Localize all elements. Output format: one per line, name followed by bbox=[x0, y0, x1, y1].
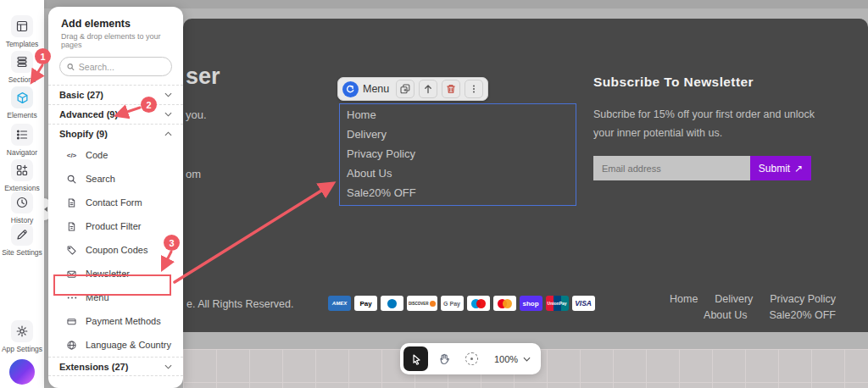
email-input[interactable] bbox=[593, 156, 750, 180]
hand-icon bbox=[438, 353, 450, 365]
element-item-menu[interactable]: Menu bbox=[48, 285, 183, 309]
sidebar-item-extensions[interactable]: Extensions bbox=[0, 159, 44, 192]
code-icon: </> bbox=[66, 152, 77, 159]
footer-text-fragment: you. bbox=[186, 108, 207, 121]
fit-view-button[interactable] bbox=[459, 346, 484, 371]
panel-title: Add elements bbox=[48, 7, 183, 30]
shop-pay-icon: shop bbox=[520, 296, 542, 311]
search-icon bbox=[66, 175, 77, 184]
chevron-down-icon bbox=[164, 92, 172, 97]
element-toolbar-label: Menu bbox=[363, 83, 389, 95]
zoom-dropdown[interactable]: 100% bbox=[487, 346, 537, 371]
extensions-icon bbox=[16, 164, 28, 176]
zoom-level: 100% bbox=[494, 354, 518, 364]
mastercard-icon bbox=[493, 296, 516, 311]
menu-link-delivery[interactable]: Delivery bbox=[347, 128, 576, 141]
submit-button[interactable]: Submit↗ bbox=[750, 156, 811, 180]
delete-button[interactable] bbox=[442, 80, 460, 98]
discover-icon: DISCOVER bbox=[407, 296, 437, 311]
arrow-up-right-icon: ↗ bbox=[794, 163, 803, 175]
footer-heading-fragment: ser bbox=[186, 64, 220, 90]
element-item-language-country[interactable]: Language & Country bbox=[48, 333, 183, 357]
element-item-search[interactable]: Search bbox=[48, 167, 183, 191]
sidebar-item-site-settings[interactable]: Site Settings bbox=[0, 224, 44, 257]
chevron-down-icon bbox=[164, 364, 172, 369]
focus-icon bbox=[465, 352, 478, 365]
footer-links: Home Delivery Privacy Policy About Us Sa… bbox=[670, 293, 836, 321]
sections-icon bbox=[16, 56, 28, 68]
search-icon bbox=[67, 63, 75, 71]
shopify-elements-list: </> Code Search Contact Form Product Fil… bbox=[48, 143, 183, 357]
select-tool-button[interactable] bbox=[403, 346, 428, 371]
diners-club-icon bbox=[381, 296, 403, 311]
newsletter-body: Subcribe for 15% off your first order an… bbox=[593, 106, 829, 143]
sidebar-item-app-settings[interactable]: App Settings bbox=[0, 320, 44, 353]
add-elements-panel: Add elements Drag & drop elements to you… bbox=[48, 7, 183, 388]
more-options-button[interactable] bbox=[465, 80, 483, 98]
footer-link-about-us[interactable]: About Us bbox=[704, 309, 747, 321]
visa-icon: VISA bbox=[572, 296, 595, 311]
product-filter-icon bbox=[66, 222, 77, 231]
unionpay-icon: UnionPay bbox=[546, 296, 569, 311]
globe-icon bbox=[66, 341, 77, 350]
menu-element-selection[interactable]: Home Delivery Privacy Policy About Us Sa… bbox=[339, 103, 576, 206]
history-icon bbox=[16, 197, 28, 208]
pen-icon bbox=[16, 229, 28, 241]
canvas-controls-toolbar: 100% bbox=[400, 343, 541, 374]
element-item-contact-form[interactable]: Contact Form bbox=[48, 191, 183, 214]
menu-dots-icon bbox=[66, 293, 77, 302]
step-badge-1: 1 bbox=[35, 48, 51, 64]
pan-tool-button[interactable] bbox=[431, 346, 456, 371]
chevron-left-icon bbox=[44, 207, 47, 212]
menu-link-sale[interactable]: Sale20% OFF bbox=[347, 186, 576, 199]
maestro-icon bbox=[467, 296, 490, 311]
panel-subtitle: Drag & drop elements to your pages bbox=[48, 30, 183, 49]
copyright-text: e. All Rights Reserved. bbox=[186, 298, 293, 310]
elements-icon bbox=[16, 91, 29, 104]
accordion-shopify[interactable]: Shopify (9) bbox=[48, 124, 183, 143]
sidebar-item-templates[interactable]: Templates bbox=[0, 15, 44, 48]
contact-form-icon bbox=[66, 198, 77, 208]
templates-icon bbox=[16, 20, 28, 32]
step-badge-3: 3 bbox=[164, 235, 180, 251]
duplicate-button[interactable] bbox=[396, 80, 415, 98]
sidebar-item-navigator[interactable]: Navigator bbox=[0, 124, 44, 157]
footer-link-home[interactable]: Home bbox=[670, 293, 698, 305]
apple-pay-icon: Pay bbox=[354, 296, 377, 311]
element-type-icon bbox=[342, 81, 359, 97]
footer-link-privacy-policy[interactable]: Privacy Policy bbox=[770, 293, 836, 305]
menu-link-home[interactable]: Home bbox=[347, 108, 576, 121]
sidebar-item-elements[interactable]: Elements bbox=[0, 86, 44, 119]
element-item-payment-methods[interactable]: Payment Methods bbox=[48, 309, 183, 333]
accordion-basic[interactable]: Basic (27) bbox=[48, 85, 183, 104]
step-badge-2: 2 bbox=[141, 97, 157, 113]
chevron-down-icon bbox=[164, 112, 172, 117]
move-up-button[interactable] bbox=[419, 80, 437, 98]
element-search[interactable] bbox=[59, 57, 172, 76]
envelope-icon bbox=[66, 269, 77, 279]
footer-link-delivery[interactable]: Delivery bbox=[715, 293, 753, 305]
tag-icon bbox=[66, 246, 77, 255]
menu-link-privacy-policy[interactable]: Privacy Policy bbox=[347, 147, 576, 160]
gear-icon bbox=[16, 325, 28, 337]
cursor-icon bbox=[410, 353, 422, 365]
footer-link-sale[interactable]: Sale20% OFF bbox=[769, 309, 836, 321]
payment-methods-row: AMEX Pay DISCOVER G Pay shop UnionPay VI… bbox=[328, 296, 595, 311]
chevron-up-icon bbox=[164, 131, 172, 136]
search-input[interactable] bbox=[79, 62, 164, 72]
avatar[interactable] bbox=[9, 359, 35, 385]
payment-methods-icon bbox=[66, 317, 77, 326]
menu-link-about-us[interactable]: About Us bbox=[347, 167, 576, 180]
accordion-extensions[interactable]: Extensions (27) bbox=[48, 357, 183, 376]
element-item-product-filter[interactable]: Product Filter bbox=[48, 214, 183, 238]
sidebar-item-history[interactable]: History bbox=[0, 191, 44, 224]
element-item-newsletter[interactable]: Newsletter bbox=[48, 262, 183, 285]
element-toolbar: Menu bbox=[337, 77, 488, 101]
amex-icon: AMEX bbox=[328, 296, 351, 311]
accordion-advanced[interactable]: Advanced (9) bbox=[48, 104, 183, 124]
newsletter-title: Subscribe To Newsletter bbox=[593, 75, 754, 90]
google-pay-icon: G Pay bbox=[441, 296, 464, 311]
navigator-icon bbox=[16, 129, 28, 141]
element-item-code[interactable]: </> Code bbox=[48, 143, 183, 167]
newsletter-form: Submit↗ bbox=[593, 156, 811, 180]
